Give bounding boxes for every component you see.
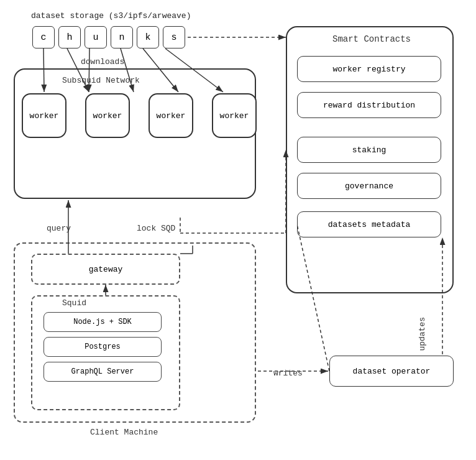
- chunk-u: u: [85, 26, 107, 48]
- diagram-container: dataset storage (s3/ipfs/arweave) c h u …: [0, 0, 476, 460]
- sc-datasets-metadata: datasets metadata: [297, 211, 441, 237]
- dataset-operator-box: dataset operator: [329, 356, 454, 387]
- workers-row: worker worker worker worker: [22, 93, 257, 138]
- worker-2: worker: [85, 93, 130, 138]
- chunk-n: n: [111, 26, 133, 48]
- downloads-label: downloads: [81, 57, 124, 67]
- updates-label: updates: [418, 317, 427, 351]
- dataset-storage-label: dataset storage (s3/ipfs/arweave): [31, 11, 191, 21]
- gateway-box: gateway: [31, 254, 180, 285]
- sc-worker-registry: worker registry: [297, 56, 441, 82]
- sc-staking: staking: [297, 137, 441, 163]
- squid-nodejs: Node.js + SDK: [43, 312, 162, 332]
- sc-governance: governance: [297, 173, 441, 199]
- worker-3: worker: [149, 93, 193, 138]
- client-machine-label: Client Machine: [90, 428, 158, 437]
- worker-4: worker: [212, 93, 257, 138]
- query-label: query: [47, 224, 71, 233]
- smart-contracts-label: Smart Contracts: [332, 34, 411, 44]
- chunk-h: h: [58, 26, 81, 48]
- dataset-operator-label: dataset operator: [353, 367, 431, 376]
- chunks-container: c h u n k s: [32, 26, 185, 48]
- squid-graphql: GraphQL Server: [43, 362, 162, 382]
- sc-reward-distribution: reward distribution: [297, 92, 441, 118]
- subsquid-network-label: Subsquid Network: [62, 76, 140, 85]
- chunk-k: k: [137, 26, 159, 48]
- worker-1: worker: [22, 93, 66, 138]
- squid-postgres: Postgres: [43, 337, 162, 357]
- gateway-label: gateway: [89, 265, 123, 274]
- chunk-c: c: [32, 26, 55, 48]
- squid-label: Squid: [62, 298, 86, 308]
- squid-items-container: Node.js + SDK Postgres GraphQL Server: [43, 312, 162, 382]
- writes-label: writes: [273, 369, 303, 378]
- lock-sqd-label: lock SQD: [137, 224, 175, 233]
- chunk-s: s: [163, 26, 185, 48]
